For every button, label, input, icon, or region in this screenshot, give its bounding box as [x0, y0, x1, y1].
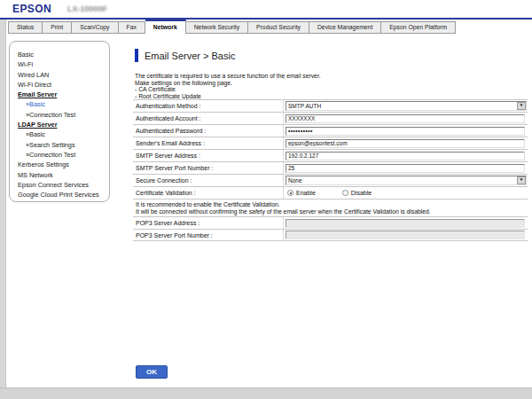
intro-line: Make settings on the following page. [135, 80, 321, 87]
app-header: EPSON LX-10000F [0, 0, 532, 18]
tab-epson-open-platform[interactable]: Epson Open Platform [381, 21, 456, 34]
secure-connection-value: None [288, 177, 302, 184]
smtp-server-address-input[interactable] [286, 152, 525, 160]
dropdown-arrow-icon[interactable]: ▼ [517, 176, 526, 184]
certificate-validation-radiogroup: Enable Disable [284, 187, 528, 199]
row-authenticated-account: Authenticated Account : [133, 112, 528, 124]
row-authenticated-password: Authenticated Password : [133, 124, 528, 137]
sidebar-section-email-server[interactable]: Email Server [18, 90, 106, 99]
tab-product-security[interactable]: Product Security [248, 21, 309, 34]
pop3-server-address-input [286, 219, 525, 228]
row-sender-email: Sender's Email Address : [133, 137, 528, 149]
sidebar-item-ldap-search-settings[interactable]: »Search Settings [18, 140, 106, 150]
left-edge-strip [0, 20, 6, 387]
ok-button[interactable]: OK [136, 365, 168, 379]
row-secure-connection: Secure Connection : None ▼ [133, 174, 528, 186]
radio-disable-label[interactable]: Disable [351, 190, 372, 196]
sidebar-item-ms-network[interactable]: MS Network [18, 170, 106, 180]
certificate-validation-label: Certificate Validation : [133, 187, 284, 199]
intro-text: The certificate is required to use a sec… [135, 73, 321, 99]
page-title-row: Email Server > Basic [135, 49, 235, 62]
secure-connection-select[interactable]: None ▼ [286, 176, 527, 185]
sender-email-input[interactable] [286, 139, 525, 148]
authenticated-account-input[interactable] [286, 114, 525, 123]
authentication-method-select[interactable]: SMTP AUTH ▼ [286, 101, 527, 111]
tab-print[interactable]: Print [43, 21, 72, 34]
title-accent-bar [135, 49, 138, 62]
pop3-server-address-label: POP3 Server Address : [133, 217, 284, 229]
network-sidebar: Basic Wi-Fi Wired LAN Wi-Fi Direct Email… [9, 41, 110, 202]
footer-bar [0, 387, 532, 399]
authentication-method-value: SMTP AUTH [288, 103, 321, 109]
secure-connection-label: Secure Connection : [133, 175, 284, 186]
authentication-method-label: Authentication Method : [133, 100, 284, 112]
sidebar-item-email-basic[interactable]: »Basic [18, 99, 106, 109]
sidebar-item-ldap-connection-test[interactable]: »Connection Test [18, 150, 106, 160]
sidebar-item-basic[interactable]: Basic [18, 50, 106, 59]
row-pop3-server-port: POP3 Server Port Number : [133, 229, 528, 241]
sender-email-label: Sender's Email Address : [133, 137, 284, 149]
top-tabbar: Status Print Scan/Copy Fax Network Netwo… [8, 20, 456, 34]
tab-network[interactable]: Network [145, 20, 186, 34]
sidebar-section-ldap-server[interactable]: LDAP Server [18, 120, 106, 129]
row-certificate-validation: Certificate Validation : Enable Disable [133, 186, 528, 199]
note-line: It will be connected without confirming … [136, 208, 528, 215]
row-authentication-method: Authentication Method : SMTP AUTH ▼ [133, 99, 528, 112]
sidebar-item-wifi[interactable]: Wi-Fi [18, 59, 106, 69]
tab-status[interactable]: Status [8, 21, 43, 34]
intro-line: - CA Certificate [135, 86, 321, 93]
tab-fax[interactable]: Fax [119, 21, 145, 34]
row-smtp-server-address: SMTP Server Address : [133, 149, 528, 161]
row-pop3-server-address: POP3 Server Address : [133, 216, 528, 229]
sidebar-item-kerberos-settings[interactable]: Kerberos Settings [18, 160, 106, 169]
note-line: It is recommended to enable the Certific… [136, 201, 528, 208]
pop3-server-port-input [286, 231, 525, 239]
smtp-server-port-input[interactable] [286, 164, 525, 173]
email-server-form: Authentication Method : SMTP AUTH ▼ Auth… [133, 99, 528, 241]
tab-scan-copy[interactable]: Scan/Copy [72, 21, 118, 34]
dropdown-arrow-icon[interactable]: ▼ [517, 102, 526, 110]
radio-enable-label[interactable]: Enable [296, 190, 316, 196]
page-title: Email Server > Basic [145, 51, 235, 61]
row-smtp-server-port: SMTP Server Port Number : [133, 161, 528, 174]
authenticated-password-input[interactable] [286, 127, 525, 136]
sidebar-item-email-connection-test[interactable]: »Connection Test [18, 110, 106, 120]
sidebar-item-wifi-direct[interactable]: Wi-Fi Direct [18, 80, 106, 90]
printer-model-redacted: LX-10000F [67, 4, 107, 13]
intro-line: The certificate is required to use a sec… [135, 73, 321, 80]
radio-enable[interactable] [287, 190, 293, 196]
sidebar-item-wired-lan[interactable]: Wired LAN [18, 70, 106, 80]
radio-disable[interactable] [342, 190, 348, 196]
smtp-server-address-label: SMTP Server Address : [133, 150, 284, 161]
certificate-validation-note: It is recommended to enable the Certific… [133, 199, 528, 216]
sidebar-item-ldap-basic[interactable]: »Basic [18, 129, 106, 139]
smtp-server-port-label: SMTP Server Port Number : [133, 162, 284, 174]
sidebar-item-google-cloud-print-services[interactable]: Google Cloud Print Services [18, 190, 106, 200]
tab-device-management[interactable]: Device Management [309, 21, 381, 34]
authenticated-account-label: Authenticated Account : [133, 113, 284, 124]
pop3-server-port-label: POP3 Server Port Number : [133, 230, 284, 240]
tab-network-security[interactable]: Network Security [186, 21, 248, 34]
authenticated-password-label: Authenticated Password : [133, 125, 284, 137]
epson-logo: EPSON [12, 3, 51, 15]
sidebar-item-epson-connect-services[interactable]: Epson Connect Services [18, 180, 106, 190]
